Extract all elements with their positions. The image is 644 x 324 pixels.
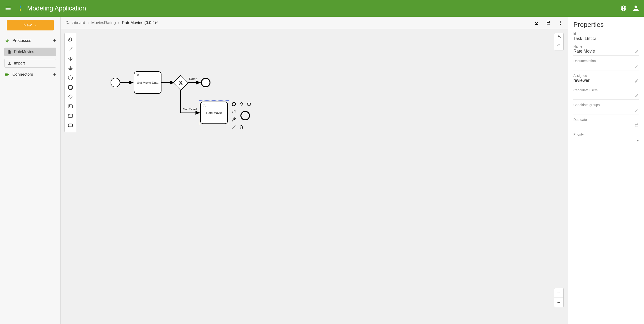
user-task-tool[interactable] [66,102,74,111]
flow-label-rated[interactable]: Rated [189,77,198,81]
sidebar-section-processes[interactable]: Processes + [0,35,60,46]
task-tool[interactable] [66,120,74,130]
space-tool[interactable] [66,54,74,64]
pinwheel-icon [16,4,24,12]
zoom-out-button[interactable]: − [554,298,564,307]
calendar-icon[interactable] [634,123,639,127]
svg-point-1 [560,21,561,22]
prop-value-assignee[interactable]: reviewer [573,78,590,83]
gateway-x-marker: X [176,78,186,88]
bpmn-start-event[interactable] [110,78,120,87]
sidebar-section-label: Processes [12,38,31,43]
prop-value-priority[interactable]: ▾ [573,137,639,144]
upload-icon [7,61,12,66]
breadcrumb-separator: › [88,20,89,25]
user-icon[interactable] [632,5,639,12]
crosshair-icon [68,66,73,71]
prop-label-candidate-groups: Candidate groups [573,103,639,107]
dropdown-caret-icon [34,24,37,27]
context-append-gateway[interactable] [238,101,245,108]
tool-palette [64,33,76,132]
download-icon[interactable] [534,20,539,26]
annotation-icon [232,110,236,114]
prop-value-due-date[interactable] [573,122,634,127]
diagram-canvas[interactable]: Get Movie Data X Rated Not Rated Rate Mo… [61,29,568,324]
context-annotation[interactable] [230,108,237,115]
svg-rect-6 [68,95,72,99]
global-connect-tool[interactable] [66,64,74,73]
service-task-icon [68,113,73,119]
edit-icon[interactable] [634,94,639,98]
properties-panel: Properties id Task_18fticr Name Rate Mov… [568,17,644,324]
context-pad [230,101,252,130]
svg-point-5 [68,85,72,90]
canvas-wrap: + − [61,29,568,324]
undo-button[interactable] [554,33,564,42]
language-icon[interactable] [620,5,627,12]
prop-value-name[interactable]: Rate Movie [573,49,595,54]
zoom-controls: + − [554,288,564,307]
sidebar-section-label: Connectors [12,72,33,77]
prop-value-candidate-users[interactable] [573,92,634,98]
sidebar-item-import[interactable]: Import [4,59,56,68]
hamburger-icon [5,5,12,12]
edit-icon[interactable] [634,79,639,83]
svg-point-3 [560,24,561,25]
rounded-rect-icon [246,102,251,106]
svg-rect-21 [240,102,243,106]
new-button[interactable]: New [7,20,54,30]
context-append-end-event[interactable] [230,101,237,108]
gear-icon [136,73,140,77]
redo-button[interactable] [554,42,564,50]
user-task-icon [68,104,73,109]
bpmn-task-get-movie-data[interactable]: Get Movie Data [134,71,162,94]
prop-label-priority: Priority [573,132,639,136]
prop-label-documentation: Documentation [573,59,639,63]
redo-icon [556,43,562,48]
breadcrumb-dashboard[interactable]: Dashboard [66,20,85,25]
left-sidebar: New Processes + RateMovies Import Connec… [0,17,61,324]
svg-point-23 [241,111,250,120]
context-wrench[interactable] [230,116,237,123]
more-vert-icon[interactable] [558,20,563,26]
bpmn-end-event[interactable] [201,78,210,87]
start-event-tool[interactable] [66,73,74,82]
edit-icon[interactable] [634,108,639,112]
save-icon[interactable] [546,20,551,26]
svg-rect-7 [68,105,72,108]
lasso-tool[interactable] [66,44,74,54]
context-connect[interactable] [230,124,237,130]
service-task-tool[interactable] [66,111,74,120]
edit-icon[interactable] [634,50,639,54]
zoom-in-button[interactable]: + [554,288,564,298]
add-connector-icon[interactable]: + [53,71,56,78]
task-label: Get Movie Data [137,81,158,84]
circle-thick-icon [68,84,73,90]
breadcrumb-project[interactable]: MoviesRating [91,20,116,25]
bpmn-task-rate-movie[interactable]: Rate Movie [200,102,228,124]
context-append-intermediate[interactable] [238,108,252,123]
undo-icon [556,35,562,40]
prop-value-candidate-groups[interactable] [573,107,634,112]
sidebar-section-connectors[interactable]: Connectors + [0,69,60,80]
user-icon [202,103,206,107]
app-logo [16,4,24,12]
hamburger-menu-button[interactable] [5,5,12,12]
wrench-icon [232,117,236,122]
rounded-rect-icon [68,122,73,128]
flow-label-not-rated[interactable]: Not Rated [183,108,197,111]
sidebar-item-ratemovies[interactable]: RateMovies [4,48,56,56]
connect-arrow-icon [232,125,236,130]
context-append-task[interactable] [246,101,252,108]
breadcrumb-bar: Dashboard › MoviesRating › RateMovies (0… [61,17,568,29]
hand-tool[interactable] [66,35,74,44]
context-delete[interactable] [238,124,245,130]
end-event-tool[interactable] [66,82,74,92]
hand-icon [68,37,73,42]
add-process-icon[interactable]: + [53,38,56,44]
circle-thick-icon [232,102,236,106]
prop-value-documentation[interactable] [573,63,634,68]
gateway-tool[interactable] [66,92,74,102]
edit-icon[interactable] [634,64,639,68]
svg-point-2 [560,22,561,23]
